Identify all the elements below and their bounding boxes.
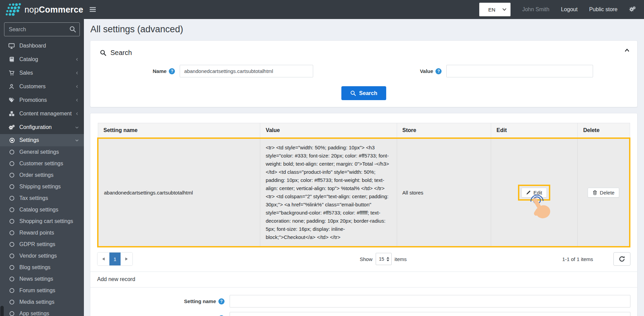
sidebar-item-app-settings[interactable]: App settings — [0, 308, 84, 316]
refresh-button[interactable] — [613, 252, 630, 266]
settings-mode-button[interactable] — [629, 6, 636, 13]
search-icon — [100, 50, 106, 56]
edit-highlight-box: Edit — [518, 185, 550, 201]
circle-icon — [9, 184, 15, 189]
next-page-button[interactable] — [121, 253, 132, 265]
sidebar-item-vendor-settings[interactable]: Vendor settings — [0, 250, 84, 262]
user-icon — [8, 84, 15, 89]
circle-icon — [9, 311, 15, 316]
cell-delete: Delete — [578, 138, 630, 247]
sidebar-item-label: Catalog — [19, 56, 38, 62]
refresh-icon — [619, 256, 625, 262]
chevron-down-icon — [75, 125, 79, 130]
new-setting-value-input[interactable] — [230, 312, 630, 316]
brand-logo[interactable]: nopCommerce — [0, 0, 84, 19]
help-icon[interactable]: ? — [169, 68, 175, 74]
help-icon[interactable]: ? — [435, 68, 442, 74]
sidebar-item-label: Content management — [19, 111, 72, 117]
pencil-icon — [526, 190, 531, 195]
stepper-arrows-icon — [387, 257, 389, 261]
sidebar-item-general-settings[interactable]: General settings — [0, 146, 84, 158]
cell-value: <tr> <td style="width: 50%; padding: 10p… — [260, 138, 397, 247]
sidebar-item-label: News settings — [19, 276, 53, 282]
sidebar-search-input[interactable] — [4, 22, 80, 36]
column-header-delete: Delete — [578, 123, 630, 138]
sidebar-item-configuration[interactable]: Configuration — [0, 120, 84, 134]
items-count: 1-1 of 1 items — [562, 256, 593, 262]
sidebar-item-shopping-cart-settings[interactable]: Shopping cart settings — [0, 216, 84, 227]
search-icon — [69, 26, 76, 34]
sidebar-item-customers[interactable]: Customers — [0, 80, 84, 93]
cubes-icon — [8, 111, 15, 116]
search-value-input[interactable] — [446, 65, 593, 77]
help-icon[interactable]: ? — [218, 298, 225, 304]
circle-icon — [9, 288, 15, 293]
new-setting-name-input[interactable] — [230, 295, 630, 308]
edit-button[interactable]: Edit — [521, 188, 547, 198]
search-button[interactable]: Search — [341, 86, 386, 100]
sidebar-item-tax-settings[interactable]: Tax settings — [0, 192, 84, 204]
current-page-button[interactable]: 1 — [109, 253, 121, 265]
sidebar-item-label: GDPR settings — [19, 241, 55, 247]
sidebar-item-forum-settings[interactable]: Forum settings — [0, 285, 84, 296]
column-header-store: Store — [397, 123, 491, 138]
sidebar-item-shipping-settings[interactable]: Shipping settings — [0, 181, 84, 192]
gears-icon — [629, 6, 636, 13]
settings-grid-panel: Setting name Value Store Edit Delete aba… — [90, 113, 638, 316]
sidebar-item-media-settings[interactable]: Media settings — [0, 296, 84, 308]
sidebar-item-catalog[interactable]: Catalog — [0, 53, 84, 66]
circle-icon — [9, 230, 15, 236]
sidebar-item-blog-settings[interactable]: Blog settings — [0, 262, 84, 273]
column-header-setting-name: Setting name — [98, 123, 260, 138]
column-header-value: Value — [260, 123, 397, 138]
sidebar-item-order-settings[interactable]: Order settings — [0, 169, 84, 181]
logout-link[interactable]: Logout — [561, 6, 577, 13]
sidebar-item-customer-settings[interactable]: Customer settings — [0, 158, 84, 169]
sidebar-item-dashboard[interactable]: Dashboard — [0, 39, 84, 53]
circle-icon — [9, 253, 15, 259]
divider — [90, 287, 637, 287]
trash-icon — [592, 190, 597, 195]
language-select[interactable]: EN — [479, 3, 511, 16]
dot-circle-icon — [9, 137, 15, 143]
grid-footer: 1 Show 15 items 1-1 of 1 items — [97, 252, 630, 266]
sidebar-item-news-settings[interactable]: News settings — [0, 273, 84, 285]
chevron-left-icon — [75, 98, 79, 103]
collapse-panel-button[interactable] — [624, 48, 630, 54]
tags-icon — [8, 97, 15, 103]
sidebar-item-label: Blog settings — [19, 264, 51, 271]
search-name-input[interactable] — [180, 65, 313, 77]
sidebar-item-content-management[interactable]: Content management — [0, 107, 84, 120]
settings-table: Setting name Value Store Edit Delete aba… — [97, 123, 630, 247]
page-size-stepper[interactable]: 15 — [376, 253, 392, 265]
sidebar-toggle-button[interactable] — [89, 6, 96, 13]
sidebar-item-sales[interactable]: Sales — [0, 66, 84, 80]
chevron-left-icon — [75, 84, 79, 89]
chevron-down-icon — [75, 138, 79, 143]
book-icon — [8, 57, 15, 62]
language-value: EN — [488, 7, 495, 13]
chevron-left-icon — [75, 57, 79, 62]
circle-icon — [9, 172, 15, 178]
sidebar-scrollbar[interactable] — [0, 306, 4, 316]
circle-icon — [9, 196, 15, 201]
column-header-edit: Edit — [491, 123, 577, 138]
gears-icon — [8, 125, 15, 130]
sidebar-item-gdpr-settings[interactable]: GDPR settings — [0, 239, 84, 250]
sidebar-item-label: General settings — [19, 149, 59, 155]
sidebar-item-label: Reward points — [19, 230, 54, 236]
sidebar-item-label: Shipping settings — [19, 184, 61, 190]
sidebar-item-promotions[interactable]: Promotions — [0, 93, 84, 107]
brand-name: nopCommerce — [24, 5, 83, 15]
sidebar-item-label: Settings — [19, 137, 39, 143]
sidebar-item-reward-points[interactable]: Reward points — [0, 227, 84, 239]
circle-icon — [9, 149, 15, 155]
delete-button[interactable]: Delete — [588, 188, 619, 198]
sidebar-item-catalog-settings[interactable]: Catalog settings — [0, 204, 84, 216]
chevron-left-icon — [75, 111, 79, 116]
previous-page-button[interactable] — [97, 253, 109, 265]
page-title: All settings (advanced) — [90, 24, 638, 35]
public-store-link[interactable]: Public store — [589, 6, 618, 13]
top-bar: nopCommerce EN John Smith Logout Public … — [0, 0, 644, 19]
sidebar-item-settings[interactable]: Settings — [0, 134, 84, 146]
